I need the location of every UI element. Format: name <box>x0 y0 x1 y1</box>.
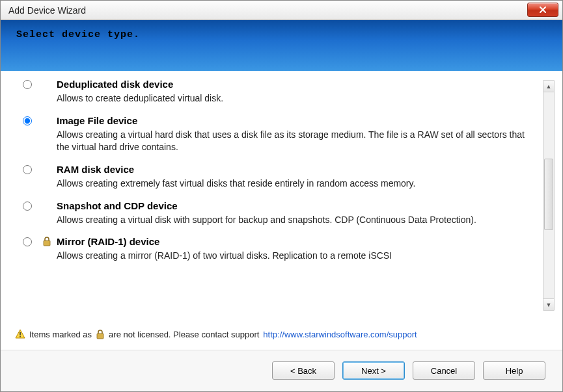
back-button[interactable]: < Back <box>272 361 335 380</box>
scroll-down-button[interactable]: ▼ <box>543 298 554 310</box>
svg-rect-3 <box>97 333 103 339</box>
option-desc: Allows creating a mirror (RAID-1) of two… <box>57 250 538 262</box>
support-link[interactable]: http://www.starwindsoftware.com/support <box>263 330 417 339</box>
device-option-mirror: Mirror (RAID-1) deviceAllows creating a … <box>12 236 538 262</box>
radio-imagefile[interactable] <box>23 116 32 125</box>
device-option-imagefile: Image File deviceAllows creating a virtu… <box>12 115 538 153</box>
lock-icon <box>96 329 105 339</box>
close-icon <box>538 6 547 14</box>
radio-dedup[interactable] <box>23 80 32 89</box>
license-note: Items marked as are not licensed. Please… <box>15 329 538 339</box>
cancel-button[interactable]: Cancel <box>413 361 475 380</box>
option-title: Snapshot and CDP device <box>57 200 538 211</box>
device-option-dedup: Deduplicated disk deviceAllows to create… <box>12 79 538 105</box>
window-title: Add Device Wizard <box>8 5 86 16</box>
option-desc: Allows creating a virtual hard disk that… <box>57 129 538 153</box>
option-title: Mirror (RAID-1) device <box>57 236 538 247</box>
help-button[interactable]: Help <box>483 361 545 380</box>
svg-rect-1 <box>20 332 21 335</box>
option-title: RAM disk device <box>57 164 538 175</box>
device-option-ramdisk: RAM disk deviceAllows creating extremely… <box>12 164 538 190</box>
content-pane: Deduplicated disk deviceAllows to create… <box>1 71 562 350</box>
license-note-prefix: Items marked as <box>29 330 92 339</box>
radio-ramdisk[interactable] <box>23 165 32 174</box>
lock-icon <box>42 236 51 246</box>
wizard-banner: Select device type. <box>1 20 562 71</box>
wizard-subtitle: Select device type. <box>16 29 562 40</box>
next-button[interactable]: Next > <box>342 361 405 380</box>
option-title: Deduplicated disk device <box>57 79 538 90</box>
radio-snapshot[interactable] <box>23 202 32 211</box>
scroll-up-button[interactable]: ▲ <box>543 81 554 92</box>
option-desc: Allows creating extremely fast virtual d… <box>57 177 538 190</box>
button-bar: < Back Next > Cancel Help <box>1 350 562 391</box>
license-note-suffix: are not licensed. Please contact support <box>109 330 259 339</box>
close-button[interactable] <box>527 3 558 17</box>
scrollbar[interactable]: ▲ ▼ <box>543 80 555 311</box>
device-option-snapshot: Snapshot and CDP deviceAllows creating a… <box>12 200 538 226</box>
option-desc: Allows creating a virtual disk with supp… <box>57 214 538 226</box>
option-desc: Allows to create deduplicated virtual di… <box>57 92 538 105</box>
svg-rect-0 <box>44 241 50 246</box>
svg-rect-2 <box>20 336 21 337</box>
warning-icon <box>15 329 25 339</box>
scroll-thumb[interactable] <box>544 159 553 230</box>
titlebar: Add Device Wizard <box>1 1 562 20</box>
radio-mirror[interactable] <box>23 237 32 246</box>
option-title: Image File device <box>57 115 538 126</box>
options-list: Deduplicated disk deviceAllows to create… <box>12 79 538 315</box>
